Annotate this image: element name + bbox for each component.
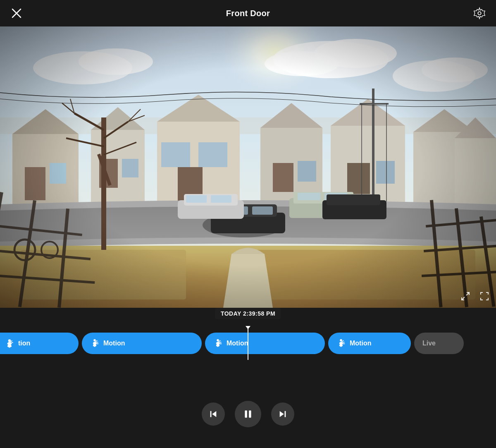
timestamp-container: TODAY 2:39:58 PM <box>215 308 281 319</box>
page-title: Front Door <box>226 9 270 18</box>
svg-rect-94 <box>249 410 251 417</box>
motion-1-icon <box>89 338 100 349</box>
motion-2-icon <box>212 338 223 349</box>
motion-event-3[interactable]: Motion <box>328 333 411 354</box>
live-event[interactable]: Live <box>414 333 464 354</box>
svg-point-89 <box>217 339 219 341</box>
svg-point-90 <box>340 339 342 341</box>
scrubber-line <box>248 327 248 360</box>
motion-partial-icon <box>4 338 15 349</box>
pause-button[interactable] <box>235 401 261 427</box>
svg-line-86 <box>462 297 465 300</box>
motion-event-2[interactable]: Motion <box>205 333 325 354</box>
video-scene <box>0 26 496 308</box>
motion-event-1[interactable]: Motion <box>82 333 202 354</box>
motion-3-label: Motion <box>350 340 371 347</box>
svg-rect-93 <box>245 410 247 417</box>
video-container <box>0 26 496 308</box>
pause-icon <box>243 409 253 419</box>
prev-icon <box>209 410 218 419</box>
next-button[interactable] <box>271 402 294 426</box>
timestamp-badge: TODAY 2:39:58 PM <box>215 308 281 319</box>
settings-button[interactable] <box>471 5 488 22</box>
svg-point-2 <box>478 12 481 15</box>
fullscreen-icon[interactable] <box>477 289 492 304</box>
scrubber-marker <box>246 326 250 329</box>
svg-line-85 <box>466 292 469 295</box>
close-button[interactable] <box>8 5 25 22</box>
expand-icon[interactable] <box>458 289 473 304</box>
svg-point-88 <box>93 339 95 341</box>
motion-1-label: Motion <box>103 340 125 347</box>
video-controls-overlay <box>458 289 492 304</box>
motion-partial-label: tion <box>18 340 30 347</box>
motion-2-label: Motion <box>227 340 248 347</box>
playback-controls <box>0 401 496 427</box>
live-label: Live <box>422 340 436 347</box>
svg-rect-95 <box>285 411 286 417</box>
motion-event-partial[interactable]: tion <box>0 333 79 354</box>
svg-rect-91 <box>210 411 212 417</box>
timeline-area[interactable]: tion Motion Motion <box>0 319 496 368</box>
motion-3-icon <box>336 338 346 349</box>
svg-marker-96 <box>280 411 284 417</box>
previous-button[interactable] <box>202 402 225 426</box>
svg-marker-92 <box>212 411 216 417</box>
svg-rect-84 <box>0 26 496 308</box>
next-icon <box>278 410 287 419</box>
header: Front Door <box>0 0 496 26</box>
